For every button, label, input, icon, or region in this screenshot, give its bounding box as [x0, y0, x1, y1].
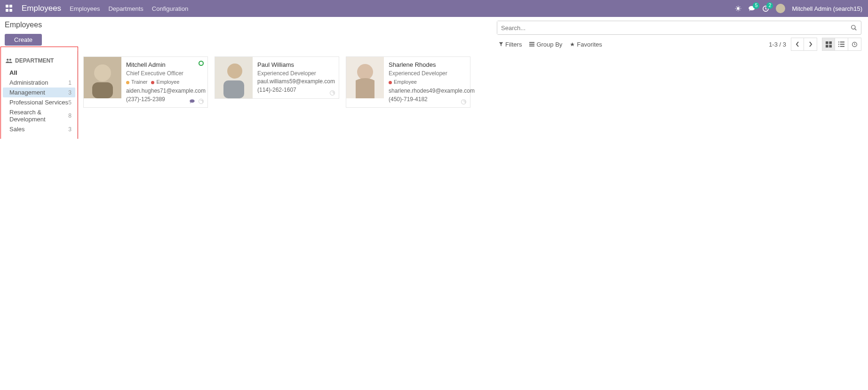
- filters-label: Filters: [505, 41, 522, 48]
- svg-rect-6: [529, 44, 534, 45]
- app-brand[interactable]: Employees: [22, 4, 61, 13]
- employee-email: aiden.hughes71@example.com: [126, 87, 206, 95]
- svg-point-20: [9, 59, 11, 61]
- control-left: Employees Create: [5, 21, 42, 46]
- svg-rect-10: [826, 45, 828, 48]
- chevron-right-icon: [809, 41, 812, 47]
- employee-title: Experienced Developer: [389, 70, 475, 78]
- department-label: Research & Development: [9, 109, 68, 123]
- department-item[interactable]: Management 3: [3, 88, 75, 97]
- messages-icon[interactable]: 5: [748, 5, 756, 12]
- kanban-icon: [826, 41, 832, 48]
- user-name-label[interactable]: Mitchell Admin (search15): [792, 5, 862, 12]
- search-button[interactable]: [847, 21, 861, 34]
- svg-point-26: [227, 64, 242, 79]
- department-count: 8: [68, 112, 72, 119]
- department-all-label: All: [9, 69, 17, 76]
- search-box[interactable]: [497, 21, 861, 35]
- svg-rect-9: [829, 41, 832, 44]
- nav-link-configuration[interactable]: Configuration: [152, 5, 188, 12]
- view-activity[interactable]: [848, 38, 861, 51]
- employee-photo: [84, 57, 121, 98]
- tag-dot-icon: [389, 81, 392, 84]
- activity-icon[interactable]: [330, 90, 335, 96]
- employee-photo: [346, 57, 384, 98]
- department-label: Sales: [9, 126, 25, 133]
- sidebar: DEPARTMENT All Administration 1 Manageme…: [0, 51, 78, 139]
- list-icon: [529, 42, 534, 47]
- department-item[interactable]: Professional Services 5: [3, 97, 75, 107]
- tag-dot-icon: [151, 81, 154, 84]
- employee-card[interactable]: Paul Williams Experienced Developer paul…: [215, 56, 339, 99]
- search-options: Filters Group By Favorites: [497, 41, 602, 48]
- view-list[interactable]: [835, 38, 848, 51]
- svg-rect-5: [529, 42, 534, 43]
- filter-icon: [499, 42, 503, 47]
- clock-icon: [852, 41, 858, 48]
- svg-rect-23: [92, 82, 113, 98]
- employee-name: Sharlene Rhodes: [389, 61, 475, 70]
- nav-link-departments[interactable]: Departments: [108, 5, 143, 12]
- employee-title: Chief Executive Officer: [126, 70, 206, 78]
- svg-point-24: [190, 99, 195, 103]
- top-navbar: Employees Employees Departments Configur…: [0, 0, 868, 17]
- svg-line-4: [855, 29, 857, 31]
- svg-point-0: [737, 7, 740, 10]
- activity-icon[interactable]: [199, 99, 204, 104]
- department-header-label: DEPARTMENT: [15, 57, 54, 64]
- chat-icon[interactable]: [189, 99, 196, 104]
- department-list: All Administration 1 Management 3 Profes…: [3, 68, 75, 134]
- svg-rect-7: [529, 46, 534, 47]
- tag-dot-icon: [126, 81, 129, 84]
- pager-text: 1-3 / 3: [769, 41, 786, 48]
- department-count: 3: [68, 126, 72, 133]
- department-count: 1: [68, 80, 72, 86]
- department-count: 3: [68, 89, 72, 96]
- svg-rect-11: [829, 45, 832, 48]
- department-item[interactable]: Research & Development 8: [3, 107, 75, 124]
- svg-point-29: [357, 64, 373, 80]
- department-item[interactable]: Sales 3: [3, 124, 75, 134]
- pager-prev[interactable]: [791, 38, 804, 51]
- employee-card[interactable]: Mitchell Admin Chief Executive Officer T…: [83, 56, 208, 108]
- activities-badge: 2: [766, 2, 773, 9]
- create-button[interactable]: Create: [5, 34, 42, 46]
- employee-title: Experienced Developer: [257, 70, 335, 78]
- main-area: DEPARTMENT All Administration 1 Manageme…: [0, 51, 868, 139]
- employee-photo: [215, 57, 253, 98]
- tag-label: Employee: [156, 79, 179, 86]
- pager-next[interactable]: [804, 38, 817, 51]
- groupby-button[interactable]: Group By: [529, 41, 562, 48]
- department-label: Professional Services: [9, 99, 68, 106]
- favorites-button[interactable]: Favorites: [570, 41, 602, 48]
- control-right: Filters Group By Favorites 1-3 / 3: [497, 21, 861, 51]
- star-icon: [570, 42, 575, 47]
- employee-email: sharlene.rhodes49@example.com: [389, 87, 475, 95]
- control-panel: Employees Create Filters Group By: [0, 17, 868, 51]
- apps-icon[interactable]: [6, 5, 13, 12]
- view-kanban[interactable]: [822, 38, 835, 51]
- svg-point-19: [7, 59, 8, 61]
- activities-icon[interactable]: 2: [762, 5, 769, 12]
- nav-link-employees[interactable]: Employees: [70, 5, 100, 12]
- filters-button[interactable]: Filters: [499, 41, 522, 48]
- chevron-left-icon: [796, 41, 799, 47]
- svg-rect-16: [838, 46, 839, 47]
- employee-tags: Trainer Employee: [126, 79, 206, 86]
- search-input[interactable]: [497, 21, 847, 34]
- list-view-icon: [838, 41, 844, 47]
- svg-point-3: [852, 25, 855, 29]
- svg-point-22: [94, 64, 111, 81]
- user-avatar[interactable]: [776, 4, 785, 13]
- groupby-label: Group By: [536, 41, 562, 48]
- activity-icon[interactable]: [461, 99, 466, 104]
- department-item[interactable]: Administration 1: [3, 78, 75, 88]
- employee-tags: Employee: [389, 79, 475, 86]
- employee-email: paul.williams59@example.com: [257, 78, 335, 86]
- department-all[interactable]: All: [3, 68, 75, 78]
- svg-rect-12: [838, 41, 839, 42]
- employee-card[interactable]: Sharlene Rhodes Experienced Developer Em…: [346, 56, 470, 108]
- svg-rect-27: [223, 80, 244, 98]
- debug-icon[interactable]: [735, 5, 741, 12]
- employee-name: Mitchell Admin: [126, 61, 206, 70]
